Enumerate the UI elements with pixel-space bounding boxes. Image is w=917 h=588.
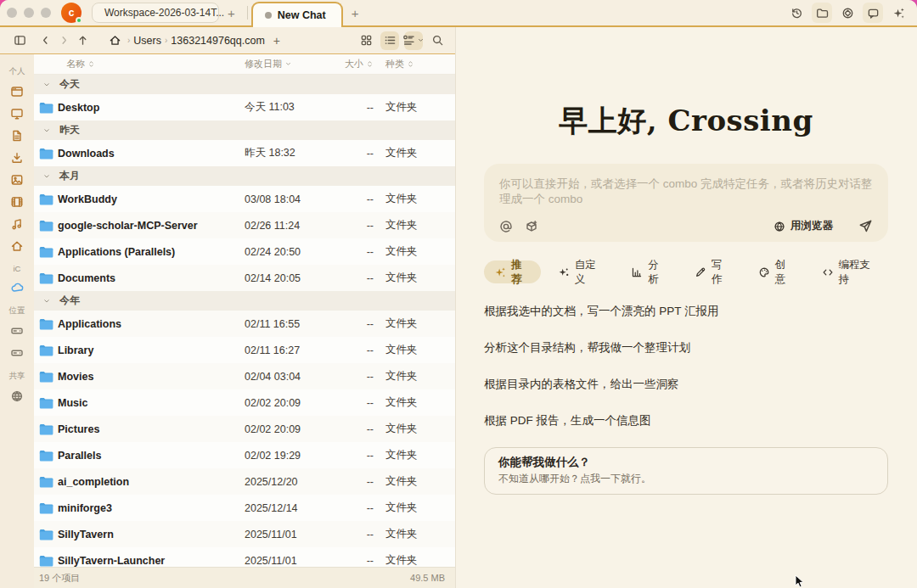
group-header-row[interactable]: 今年 [34,291,455,311]
folder-blue-icon [34,246,58,258]
title-bar: c Workspace-2026-03-14T... + New Chat + [0,0,917,27]
column-header-kind[interactable]: 种类 [374,58,455,70]
suggestion-item[interactable]: 根据目录内的表格文件，给出一些洞察 [484,374,888,395]
chevron-down-icon[interactable] [34,126,59,135]
new-chat-tab-button[interactable]: + [343,6,368,20]
category-tab-分析[interactable]: 分析 [621,260,678,283]
sidebar-drive2-icon[interactable] [6,342,28,364]
avatar[interactable]: c [61,3,82,23]
home-icon[interactable] [105,31,124,50]
file-row[interactable]: Applications02/11 16:55--文件夹 [34,311,455,337]
file-date: 02/04 03:04 [245,371,338,383]
tab-new-chat[interactable]: New Chat [251,2,343,27]
file-name: Parallels [58,450,245,462]
folder-blue-icon [34,450,58,462]
file-date: 2025/12/20 [245,476,338,488]
category-tab-推荐[interactable]: 推荐 [484,260,541,283]
suggestion-item[interactable]: 根据我选中的文档，写一个漂亮的 PPT 汇报用 [484,301,888,322]
history-icon[interactable] [786,3,807,23]
sidebar-applications-icon[interactable] [6,81,28,103]
file-row[interactable]: WorkBuddy03/08 18:04--文件夹 [34,186,455,212]
group-header-row[interactable]: 今天 [34,75,455,94]
column-header-name[interactable]: 名称 [34,58,245,70]
sidebar-toggle-icon[interactable] [10,31,29,50]
back-button[interactable] [36,31,54,50]
search-icon[interactable] [428,31,447,50]
column-header-date[interactable]: 修改日期 [245,58,338,70]
sort-icon [366,60,374,68]
tab-workspace[interactable]: Workspace-2026-03-14T... [92,3,219,23]
file-date: 02/26 11:24 [245,220,338,232]
file-row[interactable]: Applications (Parallels)02/24 20:50--文件夹 [34,238,455,265]
group-view-icon[interactable] [404,31,423,50]
file-kind: 文件夹 [374,316,455,331]
send-button[interactable] [858,219,873,233]
combo-box-icon[interactable] [525,220,538,233]
folder-blue-icon [34,555,58,567]
total-size: 49.5 MB [410,573,445,583]
category-tab-创意[interactable]: 创意 [748,260,805,283]
grid-view-icon[interactable] [357,31,375,50]
file-row[interactable]: Pictures02/02 20:09--文件夹 [34,416,455,442]
file-date: 03/08 18:04 [245,193,338,205]
sidebar-network-icon[interactable] [6,385,28,407]
sidebar-section-label: 共享 [9,371,25,382]
file-row[interactable]: SillyTavern2025/11/01--文件夹 [34,521,455,547]
chevron-down-icon[interactable] [34,81,59,89]
column-header-size[interactable]: 大小 [338,58,374,70]
list-view-icon[interactable] [380,31,399,50]
breadcrumb-add-button[interactable]: + [273,34,280,48]
breadcrumb-users[interactable]: Users [133,35,161,47]
help-card[interactable]: 你能帮我做什么？ 不知道从哪开始？点我一下就行。 [484,447,888,495]
close-window-button[interactable] [7,8,17,18]
sidebar-movies-icon[interactable] [6,191,28,213]
sidebar-pictures-icon[interactable] [6,169,28,191]
chevron-down-icon[interactable] [34,172,59,181]
forward-button[interactable] [54,31,73,50]
sidebar-desktop-icon[interactable] [6,103,28,125]
folder-icon[interactable] [812,3,832,23]
file-row[interactable]: SillyTavern-Launcher2025/11/01--文件夹 [34,547,455,567]
file-kind: 文件夹 [374,146,455,160]
file-row[interactable]: google-scholar-MCP-Server02/26 11:24--文件… [34,212,455,238]
suggestion-item[interactable]: 根据 PDF 报告，生成一个信息图 [484,411,888,431]
file-row[interactable]: ai_completion2025/12/20--文件夹 [34,468,455,495]
suggestion-item[interactable]: 分析这个目录结构，帮我做一个整理计划 [484,338,888,358]
maximize-window-button[interactable] [41,8,51,18]
file-size: -- [338,220,374,232]
breadcrumb-account[interactable]: 1363214976qq.com [171,35,265,47]
category-tab-自定义[interactable]: 自定义 [548,260,615,283]
file-size: -- [338,246,374,258]
chevron-down-icon[interactable] [34,297,59,305]
minimize-window-button[interactable] [24,8,34,18]
use-browser-button[interactable]: 用浏览器 [774,219,833,233]
up-button[interactable] [73,31,92,50]
file-row[interactable]: miniforge32025/12/14--文件夹 [34,495,455,521]
file-row[interactable]: Downloads昨天 18:32--文件夹 [34,140,455,166]
file-row[interactable]: Desktop今天 11:03--文件夹 [34,94,455,120]
category-tab-编程支持[interactable]: 编程支持 [812,260,888,283]
file-row[interactable]: Documents02/14 20:05--文件夹 [34,265,455,291]
new-workspace-tab-button[interactable]: + [219,6,244,20]
folder-blue-icon [34,371,58,383]
file-row[interactable]: Movies02/04 03:04--文件夹 [34,363,455,389]
browser-icon[interactable] [837,3,858,23]
mention-icon[interactable] [499,220,513,233]
chat-bubble-icon[interactable] [863,3,883,23]
file-row[interactable]: Parallels02/02 19:29--文件夹 [34,442,455,468]
file-row[interactable]: Music02/02 20:09--文件夹 [34,389,455,416]
sidebar-music-icon[interactable] [6,213,28,235]
file-row[interactable]: Library02/11 16:27--文件夹 [34,337,455,363]
chat-composer[interactable]: 你可以直接开始，或者选择一个 combo 完成特定任务，或者将历史对话整理成一个… [484,164,888,242]
sidebar-documents-icon[interactable] [6,125,28,147]
group-header-row[interactable]: 昨天 [34,120,455,140]
file-rows: 今天Desktop今天 11:03--文件夹昨天Downloads昨天 18:3… [34,75,455,567]
group-header-row[interactable]: 本月 [34,166,455,186]
category-tab-写作[interactable]: 写作 [684,260,741,283]
sidebar-home-icon[interactable] [6,235,28,257]
file-size: -- [338,555,374,567]
sidebar-downloads-icon[interactable] [6,147,28,169]
sidebar-icloud-icon[interactable] [6,277,28,299]
sparkles-icon[interactable] [888,3,909,23]
sidebar-drive-icon[interactable] [6,320,28,342]
